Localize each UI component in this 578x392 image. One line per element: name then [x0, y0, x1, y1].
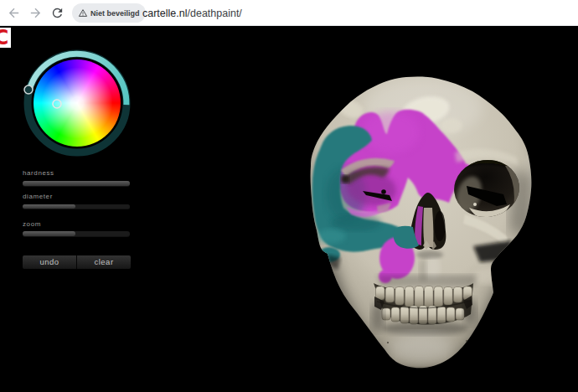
- hardness-label: hardness: [23, 169, 54, 177]
- diameter-label: diameter: [23, 193, 53, 200]
- address-bar-url[interactable]: cartelle.nl/deathpaint/: [142, 8, 242, 19]
- hardness-slider[interactable]: [23, 181, 130, 186]
- warning-icon: [78, 8, 88, 18]
- clear-button[interactable]: clear: [76, 255, 131, 269]
- hue-ring[interactable]: [17, 43, 137, 163]
- security-badge[interactable]: Niet beveiligd: [72, 3, 146, 23]
- back-icon[interactable]: [7, 6, 21, 20]
- browser-toolbar: Niet beveiligd cartelle.nl/deathpaint/: [0, 0, 578, 26]
- refresh-icon[interactable]: [50, 6, 65, 20]
- undo-button[interactable]: undo: [23, 255, 76, 269]
- site-logo[interactable]: C: [0, 28, 11, 48]
- zoom-label: zoom: [23, 220, 41, 228]
- diameter-slider[interactable]: [23, 204, 130, 209]
- wheel-marker[interactable]: [53, 100, 61, 108]
- security-badge-label: Niet beveiligd: [90, 9, 140, 18]
- ring-handle[interactable]: [24, 85, 33, 94]
- zoom-slider[interactable]: [23, 231, 130, 236]
- forward-icon[interactable]: [28, 6, 43, 20]
- skull-3d-canvas[interactable]: [297, 59, 549, 385]
